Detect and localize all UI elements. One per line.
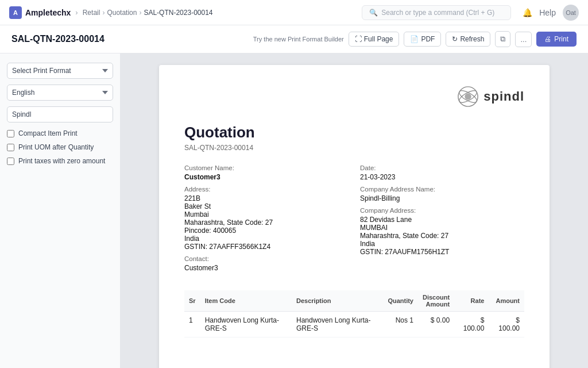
cell-rate: $ 100.00	[454, 312, 489, 338]
print-uom-checkbox[interactable]	[7, 144, 14, 151]
address-label: Address:	[184, 186, 349, 193]
company-address-label: Company Address:	[360, 207, 524, 214]
header-actions: Try the new Print Format Builder ⛶ Full …	[253, 31, 577, 47]
address-value: 221B Baker St Mumbai Maharashtra, State …	[184, 194, 349, 251]
compact-print-checkbox-label[interactable]: Compact Item Print	[7, 129, 113, 137]
print-uom-checkbox-label[interactable]: Print UOM after Quantity	[7, 143, 113, 151]
topnav: A Ampletechx › Retail › Quotation › SAL-…	[0, 0, 588, 25]
cell-sr: 1	[184, 312, 200, 338]
help-button[interactable]: Help	[539, 8, 556, 17]
cell-item-code: Handwoven Long Kurta-GRE-S	[200, 312, 292, 338]
spindl-logo-icon	[457, 86, 479, 108]
brand-name: Ampletechx	[25, 8, 71, 17]
brand[interactable]: A Ampletechx	[9, 6, 71, 19]
print-icon: 🖨	[544, 35, 551, 43]
company-address-section: Company Address: 82 Devidas Lane MUMBAI …	[360, 207, 524, 256]
customer-name-value: Customer3	[184, 173, 349, 181]
user-avatar[interactable]: Oat	[563, 5, 579, 21]
print-taxes-checkbox-label[interactable]: Print taxes with zero amount	[7, 157, 113, 165]
col-amount: Amount	[489, 290, 524, 312]
col-discount: DiscountAmount	[418, 290, 454, 312]
col-quantity: Quantity	[383, 290, 418, 312]
company-address-name-label: Company Address Name:	[360, 186, 524, 193]
cell-description: Handwoven Long Kurta-GRE-S	[292, 312, 383, 338]
info-col-left: Customer Name: Customer3 Address: 221B B…	[184, 164, 349, 277]
search-bar[interactable]: 🔍 Search or type a command (Ctrl + G)	[362, 5, 511, 20]
company-logo: spindl	[457, 86, 524, 108]
main-layout: Select Print Format English Compact Item…	[0, 53, 588, 368]
print-uom-label: Print UOM after Quantity	[18, 143, 94, 151]
try-new-label[interactable]: Try the new Print Format Builder	[253, 36, 344, 43]
contact-value: Customer3	[184, 264, 349, 272]
company-address-value: 82 Devidas Lane MUMBAI Maharashtra, Stat…	[360, 216, 524, 256]
company-address-name-section: Company Address Name: Spindl-Billing	[360, 186, 524, 202]
search-icon: 🔍	[369, 9, 378, 17]
date-value: 21-03-2023	[360, 173, 524, 181]
more-button[interactable]: ...	[515, 32, 532, 47]
doc-logo-area: spindl	[184, 86, 524, 108]
doc-title: Quotation	[184, 124, 524, 141]
compact-print-checkbox[interactable]	[7, 130, 14, 137]
customer-name-section: Customer Name: Customer3	[184, 164, 349, 181]
document-paper: spindl Quotation SAL-QTN-2023-00014 Cust…	[159, 65, 550, 368]
info-col-right: Date: 21-03-2023 Company Address Name: S…	[360, 164, 524, 277]
brand-logo-icon: A	[9, 6, 22, 19]
bell-icon[interactable]: 🔔	[523, 8, 532, 17]
company-logo-text: spindl	[483, 89, 524, 104]
date-section: Date: 21-03-2023	[360, 164, 524, 181]
customer-name-label: Customer Name:	[184, 164, 349, 171]
date-label: Date:	[360, 164, 524, 171]
cell-quantity: Nos 1	[383, 312, 418, 338]
avatar-initials: Oat	[566, 9, 576, 16]
breadcrumb-current[interactable]: SAL-QTN-2023-00014	[144, 9, 212, 17]
table-row: 1 Handwoven Long Kurta-GRE-S Handwoven L…	[184, 312, 524, 338]
refresh-button[interactable]: ↻ Refresh	[446, 32, 490, 47]
col-description: Description	[292, 290, 383, 312]
fullpage-icon: ⛶	[355, 35, 362, 43]
refresh-icon: ↻	[452, 35, 458, 43]
language-select[interactable]: English	[7, 85, 113, 101]
table-header-row: Sr Item Code Description Quantity Discou…	[184, 290, 524, 312]
fullpage-button[interactable]: ⛶ Full Page	[349, 32, 400, 47]
page-header: SAL-QTN-2023-00014 Try the new Print For…	[0, 25, 588, 53]
print-taxes-checkbox[interactable]	[7, 158, 14, 165]
copy-button[interactable]: ⧉	[495, 31, 510, 47]
company-search-input[interactable]	[7, 106, 113, 122]
copy-icon: ⧉	[500, 34, 505, 43]
print-format-select[interactable]: Select Print Format	[7, 63, 113, 79]
pdf-icon: 📄	[410, 35, 419, 43]
cell-amount: $ 100.00	[489, 312, 524, 338]
more-icon: ...	[520, 35, 527, 44]
print-preview-area: spindl Quotation SAL-QTN-2023-00014 Cust…	[121, 53, 588, 368]
breadcrumb: Retail › Quotation › SAL-QTN-2023-00014	[83, 9, 213, 17]
contact-section: Contact: Customer3	[184, 255, 349, 272]
sidebar: Select Print Format English Compact Item…	[0, 53, 121, 368]
company-address-name-value: Spindl-Billing	[360, 194, 524, 202]
items-table: Sr Item Code Description Quantity Discou…	[184, 290, 524, 338]
breadcrumb-quotation[interactable]: Quotation	[107, 9, 137, 17]
col-sr: Sr	[184, 290, 200, 312]
print-button[interactable]: 🖨 Print	[536, 32, 577, 47]
checkbox-group: Compact Item Print Print UOM after Quant…	[7, 129, 113, 165]
pdf-button[interactable]: 📄 PDF	[404, 32, 441, 47]
breadcrumb-retail[interactable]: Retail	[83, 9, 100, 17]
cell-discount: $ 0.00	[418, 312, 454, 338]
search-placeholder: Search or type a command (Ctrl + G)	[381, 9, 494, 17]
print-taxes-label: Print taxes with zero amount	[18, 157, 105, 165]
topnav-actions: 🔔 Help Oat	[523, 5, 579, 21]
compact-print-label: Compact Item Print	[18, 129, 78, 137]
address-section: Address: 221B Baker St Mumbai Maharashtr…	[184, 186, 349, 251]
doc-subtitle: SAL-QTN-2023-00014	[184, 144, 524, 152]
svg-point-1	[465, 93, 471, 99]
breadcrumb-sep-0: ›	[75, 8, 78, 17]
col-item-code: Item Code	[200, 290, 292, 312]
contact-label: Contact:	[184, 255, 349, 262]
col-rate: Rate	[454, 290, 489, 312]
page-title: SAL-QTN-2023-00014	[11, 34, 105, 44]
doc-info-grid: Customer Name: Customer3 Address: 221B B…	[184, 164, 524, 277]
